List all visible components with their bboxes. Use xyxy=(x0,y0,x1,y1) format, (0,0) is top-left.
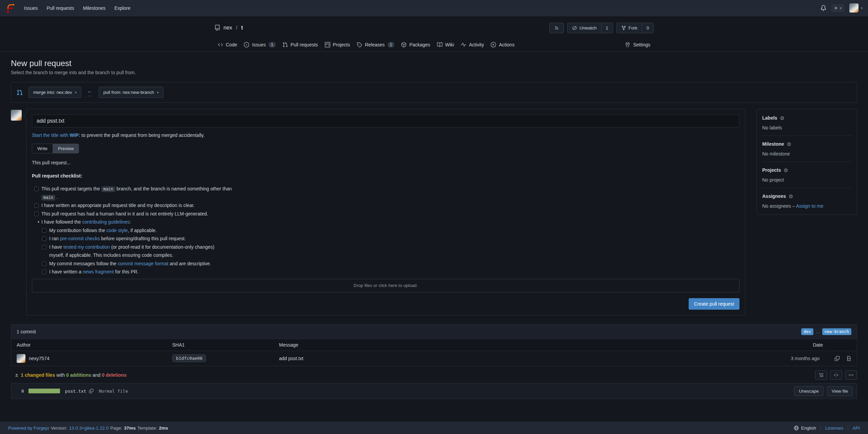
wip-hint[interactable]: Start the title with WIP: to prevent the… xyxy=(32,132,739,138)
sidebar-projects-section: Projects ⚙ No project xyxy=(762,162,851,188)
file-dropzone[interactable]: Drop files or click here to upload. xyxy=(32,279,739,292)
watchers-count[interactable]: 1 xyxy=(601,23,613,33)
repo-header: nex / t Unwatch 1 xyxy=(0,16,868,52)
tab-pull-requests[interactable]: Pull requests xyxy=(279,39,321,50)
chevron-down-icon: ▾ xyxy=(75,91,77,94)
repo-actions: Unwatch 1 Fork 0 xyxy=(549,23,654,33)
version-link[interactable]: 13.0.3+gitea-1.22.0 xyxy=(69,426,109,431)
nav-link-issues[interactable]: Issues xyxy=(20,3,42,14)
file-name-link[interactable]: psst.txt xyxy=(65,389,86,394)
checklist-item: I ran pre-commit checks before opening/d… xyxy=(42,234,739,243)
tab-wiki[interactable]: Wiki xyxy=(434,39,457,50)
wiki-book-icon xyxy=(437,42,442,47)
pull-from-dropdown[interactable]: pull from: nex:new-branch ▾ xyxy=(99,87,163,98)
template-time: 2ms xyxy=(159,426,168,431)
assignees-value: No assignees – xyxy=(762,203,796,209)
repo-name-link[interactable]: t xyxy=(241,25,243,31)
copy-sha-icon[interactable] xyxy=(834,356,840,361)
tab-issues[interactable]: Issues 1 xyxy=(240,39,279,50)
pull-request-icon xyxy=(282,42,288,47)
repo-tab-bar: Code Issues 1 Pull requests Projects Rel… xyxy=(214,38,654,51)
sidebar-labels-section: Labels ⚙ No labels xyxy=(762,110,851,136)
view-file-button[interactable]: View file xyxy=(827,386,853,396)
view-code-at-commit-icon[interactable] xyxy=(846,356,851,361)
page-subtitle: Select the branch to merge into and the … xyxy=(11,70,857,75)
fork-button-group: Fork 0 xyxy=(616,23,654,33)
licenses-link[interactable]: Licenses xyxy=(825,426,843,431)
tab-packages[interactable]: Packages xyxy=(398,39,433,50)
checkbox xyxy=(34,212,39,216)
issue-icon xyxy=(244,42,249,47)
forks-count[interactable]: 0 xyxy=(642,23,653,33)
assignees-title: Assignees xyxy=(762,193,786,199)
page-time-label: Page: xyxy=(110,426,122,431)
branch-compare-bar: merge into: nex:dev ▾ ← ... pull from: n… xyxy=(11,82,857,103)
nav-link-explore[interactable]: Explore xyxy=(110,3,135,14)
tab-write[interactable]: Write xyxy=(32,144,53,153)
tab-preview[interactable]: Preview xyxy=(53,144,79,153)
globe-icon xyxy=(794,426,799,431)
gear-icon[interactable]: ⚙ xyxy=(789,194,793,199)
api-link[interactable]: API xyxy=(852,426,860,431)
checkbox xyxy=(42,270,46,274)
forgejo-logo[interactable] xyxy=(5,3,16,13)
gear-icon[interactable]: ⚙ xyxy=(780,116,784,121)
powered-by-link[interactable]: Powered by Forgejo xyxy=(8,426,49,431)
fork-button[interactable]: Fork xyxy=(617,23,642,33)
tab-releases[interactable]: Releases 1 xyxy=(353,39,398,50)
unescape-button[interactable]: Unescape xyxy=(794,386,824,396)
package-icon xyxy=(401,42,407,47)
gear-icon[interactable]: ⚙ xyxy=(787,142,791,147)
pr-title-input[interactable] xyxy=(32,115,739,127)
tab-actions[interactable]: Actions xyxy=(487,39,518,50)
commit-row: nexy7574 b1dfc0ae06 add psst.txt 3 month… xyxy=(11,351,857,366)
checklist-bullet-item: • I have followed the contributing guide… xyxy=(38,218,739,226)
tab-activity[interactable]: Activity xyxy=(457,39,487,50)
git-compare-icon xyxy=(17,89,23,96)
nav-link-pull-requests[interactable]: Pull requests xyxy=(42,3,78,14)
ellipsis-icon: ... xyxy=(816,329,820,334)
compare-direction: ← ... xyxy=(87,89,93,96)
settings-tools-icon xyxy=(625,42,630,47)
commit-author-link[interactable]: nexy7574 xyxy=(29,356,50,361)
user-menu-button[interactable]: ▾ xyxy=(849,3,863,13)
copy-file-name-icon[interactable] xyxy=(89,389,94,393)
tab-code[interactable]: Code xyxy=(214,39,240,50)
editor-tab-bar: Write Preview xyxy=(32,144,79,153)
divider xyxy=(848,426,848,431)
create-new-button[interactable]: + ▾ xyxy=(831,4,845,12)
user-avatar xyxy=(849,3,859,13)
tab-settings[interactable]: Settings xyxy=(622,39,654,50)
nav-link-milestones[interactable]: Milestones xyxy=(78,3,110,14)
notifications-bell-icon[interactable] xyxy=(821,5,826,11)
merge-into-dropdown[interactable]: merge into: nex:dev ▾ xyxy=(28,87,81,98)
checklist-item: I have written an appropriate pull reque… xyxy=(34,201,739,210)
head-branch-badge[interactable]: new-branch xyxy=(822,328,851,335)
labels-value: No labels xyxy=(762,125,851,130)
checkbox xyxy=(42,236,46,241)
create-pull-request-button[interactable]: Create pull request xyxy=(689,298,739,310)
rss-button[interactable] xyxy=(549,23,564,33)
play-circle-icon xyxy=(491,42,496,47)
assign-to-me-link[interactable]: Assign to me xyxy=(796,203,824,209)
commit-sha-link[interactable]: b1dfc0ae06 xyxy=(172,354,206,362)
language-selector[interactable]: English xyxy=(794,426,816,431)
tab-projects[interactable]: Projects xyxy=(321,39,354,50)
file-tree-toggle-button[interactable] xyxy=(815,370,827,380)
checklist-item: My commit messages follow the commit mes… xyxy=(42,260,739,268)
watch-button-group: Unwatch 1 xyxy=(567,23,613,33)
unwatch-button[interactable]: Unwatch xyxy=(568,23,601,33)
gear-icon[interactable]: ⚙ xyxy=(784,168,788,173)
commit-message-link[interactable]: add psst.txt xyxy=(279,356,770,361)
diff-options-button[interactable] xyxy=(845,370,857,380)
issues-count-badge: 1 xyxy=(269,42,276,47)
pr-form: Start the title with WIP: to prevent the… xyxy=(11,109,745,315)
repo-separator: / xyxy=(236,25,237,31)
split-view-button[interactable] xyxy=(830,370,842,380)
repo-owner-link[interactable]: nex xyxy=(223,25,232,31)
chevron-down-icon: ▾ xyxy=(157,91,159,94)
diff-stats-bar: ± 1 changed files with 0 additions and 0… xyxy=(11,369,857,383)
base-branch-badge[interactable]: dev xyxy=(801,328,813,335)
repo-title: nex / t xyxy=(214,25,243,31)
tag-icon xyxy=(357,42,362,47)
